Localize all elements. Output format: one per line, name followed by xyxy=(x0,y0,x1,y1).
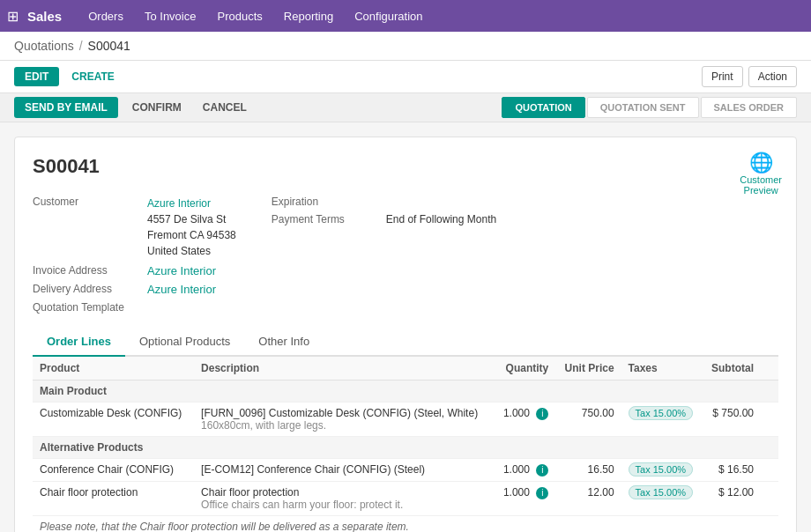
send-by-email-button[interactable]: SEND BY EMAIL xyxy=(14,97,118,118)
tax-badge: Tax 15.00% xyxy=(629,485,693,499)
customer-name-link[interactable]: Azure Interior xyxy=(147,197,211,210)
action-bar: EDIT CREATE Print Action xyxy=(0,61,811,93)
customer-field-row: Customer Azure Interior 4557 De Silva St… xyxy=(33,196,236,259)
step-quotation-sent[interactable]: QUOTATION SENT xyxy=(587,97,699,118)
cell-quantity: 1.000 i xyxy=(495,482,556,516)
info-icon[interactable]: i xyxy=(536,487,548,499)
status-steps: QUOTATION QUOTATION SENT SALES ORDER xyxy=(502,97,797,118)
tab-optional-products[interactable]: Optional Products xyxy=(125,328,244,357)
cell-unit-price: 16.50 xyxy=(555,459,621,482)
expiration-row: Expiration xyxy=(272,196,496,208)
info-icon[interactable]: i xyxy=(536,408,548,420)
nav-configuration[interactable]: Configuration xyxy=(346,6,431,26)
delivery-address-row: Delivery Address Azure Interior xyxy=(33,283,236,296)
customer-address3: United States xyxy=(147,245,211,257)
col-description: Description xyxy=(194,357,495,381)
table-note: Please note, that the Chair floor protec… xyxy=(33,516,778,533)
quotation-template-label: Quotation Template xyxy=(33,301,138,314)
step-sales-order[interactable]: SALES ORDER xyxy=(701,97,797,118)
customer-preview-label: Customer Preview xyxy=(740,174,782,196)
nav-reporting[interactable]: Reporting xyxy=(275,6,342,26)
status-bar-left: SEND BY EMAIL CONFIRM CANCEL xyxy=(14,97,254,118)
invoice-address-value[interactable]: Azure Interior xyxy=(147,264,216,277)
fields-row: Customer Azure Interior 4557 De Silva St… xyxy=(33,196,778,314)
customer-address1: 4557 De Silva St xyxy=(147,213,226,225)
col-subtotal: Subtotal xyxy=(703,357,761,381)
col-product: Product xyxy=(33,357,194,381)
cell-more xyxy=(761,403,778,437)
cell-unit-price: 12.00 xyxy=(555,482,621,516)
table-row: Customizable Desk (CONFIG) [FURN_0096] C… xyxy=(33,403,778,437)
cell-product: Chair floor protection xyxy=(33,482,194,516)
breadcrumb-separator: / xyxy=(79,39,83,53)
action-bar-left: EDIT CREATE xyxy=(14,67,122,86)
app-name: Sales xyxy=(27,9,62,24)
delivery-address-value[interactable]: Azure Interior xyxy=(147,283,216,296)
tax-badge: Tax 15.00% xyxy=(629,462,693,477)
cell-description: [FURN_0096] Customizable Desk (CONFIG) (… xyxy=(194,403,495,437)
quotation-template-row: Quotation Template xyxy=(33,301,236,314)
nav-products[interactable]: Products xyxy=(208,6,271,26)
table-note-row: Please note, that the Chair floor protec… xyxy=(33,516,778,533)
step-quotation[interactable]: QUOTATION xyxy=(502,97,584,118)
document-card: 🌐 Customer Preview S00041 Customer Azure… xyxy=(14,137,797,532)
cell-quantity: 1.000 i xyxy=(495,459,556,482)
cell-product: Conference Chair (CONFIG) xyxy=(33,459,194,482)
breadcrumb: Quotations / S00041 xyxy=(0,32,811,61)
tab-order-lines[interactable]: Order Lines xyxy=(33,328,125,357)
print-button[interactable]: Print xyxy=(702,66,743,87)
invoice-address-row: Invoice Address Azure Interior xyxy=(33,264,236,277)
delivery-address-label: Delivery Address xyxy=(33,283,138,295)
customer-preview-button[interactable]: 🌐 Customer Preview xyxy=(740,151,782,196)
customer-label: Customer xyxy=(33,196,138,208)
top-navigation: ⊞ Sales Orders To Invoice Products Repor… xyxy=(0,0,811,32)
right-fields: Expiration Payment Terms End of Followin… xyxy=(272,196,496,314)
tab-other-info[interactable]: Other Info xyxy=(244,328,324,357)
action-button[interactable]: Action xyxy=(748,66,797,87)
tabs: Order Lines Optional Products Other Info xyxy=(33,328,778,357)
create-button[interactable]: CREATE xyxy=(64,67,121,86)
table-row: Chair floor protection Chair floor prote… xyxy=(33,482,778,516)
table-row: Conference Chair (CONFIG) [E-COM12] Conf… xyxy=(33,459,778,482)
main-content: 🌐 Customer Preview S00041 Customer Azure… xyxy=(0,122,811,532)
col-taxes: Taxes xyxy=(621,357,703,381)
action-bar-right: Print Action xyxy=(702,66,797,87)
cell-subtotal: $ 12.00 xyxy=(703,482,761,516)
expiration-label: Expiration xyxy=(272,196,377,208)
cell-tax: Tax 15.00% xyxy=(621,459,703,482)
nav-links: Orders To Invoice Products Reporting Con… xyxy=(79,6,431,26)
globe-icon: 🌐 xyxy=(749,151,773,174)
status-bar: SEND BY EMAIL CONFIRM CANCEL QUOTATION Q… xyxy=(0,93,811,122)
table-group-header: Main Product xyxy=(33,381,778,403)
cell-more xyxy=(761,459,778,482)
edit-button[interactable]: EDIT xyxy=(14,67,59,86)
cell-unit-price: 750.00 xyxy=(555,403,621,437)
confirm-button[interactable]: CONFIRM xyxy=(125,97,189,118)
order-table: Product Description Quantity Unit Price … xyxy=(33,357,778,532)
document-number: S00041 xyxy=(33,155,778,178)
col-actions xyxy=(761,357,778,381)
col-quantity: Quantity xyxy=(495,357,556,381)
cell-product: Customizable Desk (CONFIG) xyxy=(33,403,194,437)
info-icon[interactable]: i xyxy=(536,464,548,477)
nav-orders[interactable]: Orders xyxy=(79,6,132,26)
payment-terms-label: Payment Terms xyxy=(272,213,377,225)
table-group-header: Alternative Products xyxy=(33,437,778,459)
table-header-row: Product Description Quantity Unit Price … xyxy=(33,357,778,381)
nav-to-invoice[interactable]: To Invoice xyxy=(136,6,205,26)
cell-tax: Tax 15.00% xyxy=(621,403,703,437)
cell-tax: Tax 15.00% xyxy=(621,482,703,516)
breadcrumb-parent[interactable]: Quotations xyxy=(14,39,74,53)
cell-description: Chair floor protectionOffice chairs can … xyxy=(194,482,495,516)
payment-terms-row: Payment Terms End of Following Month xyxy=(272,213,496,225)
customer-value: Azure Interior 4557 De Silva St Fremont … xyxy=(147,196,236,259)
payment-terms-value: End of Following Month xyxy=(386,213,496,225)
app-grid-icon[interactable]: ⊞ xyxy=(7,8,19,25)
cell-description: [E-COM12] Conference Chair (CONFIG) (Ste… xyxy=(194,459,495,482)
cell-subtotal: $ 750.00 xyxy=(703,403,761,437)
customer-address2: Fremont CA 94538 xyxy=(147,229,236,241)
invoice-address-label: Invoice Address xyxy=(33,264,138,277)
tax-badge: Tax 15.00% xyxy=(629,406,693,420)
cancel-button[interactable]: CANCEL xyxy=(196,97,254,118)
cell-more xyxy=(761,482,778,516)
